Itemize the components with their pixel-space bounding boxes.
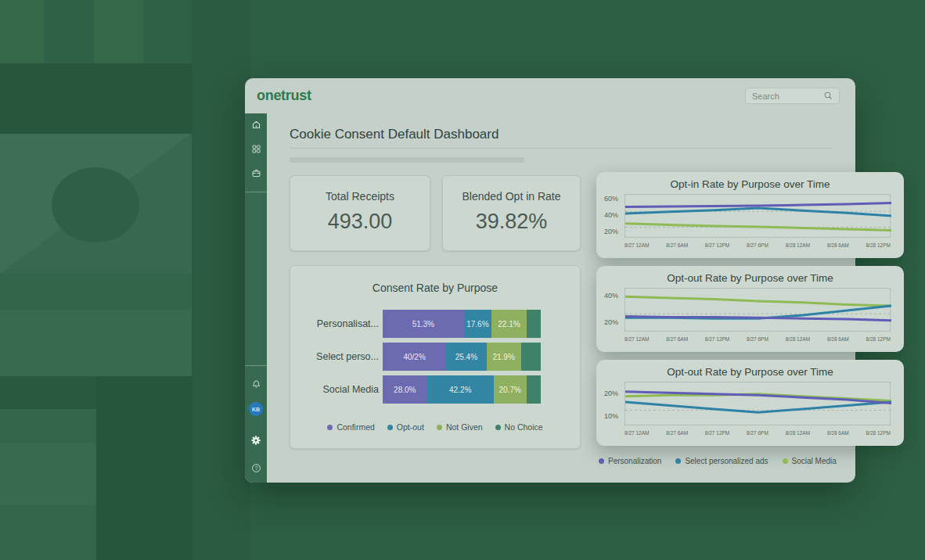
bar-row: Personalisat...51.3%17.6%22.1% [290, 310, 580, 338]
kpi-value: 39.82% [476, 210, 548, 234]
search-input[interactable] [752, 92, 824, 101]
search-box[interactable] [745, 88, 840, 104]
gear-icon [250, 435, 261, 446]
chart-title: Opt-out Rate by Purpose over Time [596, 272, 904, 284]
home-icon [251, 120, 261, 130]
x-tick-label: 8/28 6AM [827, 242, 849, 248]
line-plot [624, 288, 891, 332]
x-tick-label: 8/27 12AM [624, 242, 649, 248]
legend-dot [783, 458, 788, 464]
chart-title: Consent Rate by Purpose [290, 282, 580, 294]
briefcase-icon [251, 168, 261, 178]
opt-in-rate-chart-card: Opt-in Rate by Purpose over Time 20%40%6… [596, 172, 904, 258]
y-axis-ticks: 20%40% [596, 288, 621, 332]
y-tick-label: 20% [604, 389, 618, 397]
chart-title: Opt-in Rate by Purpose over Time [596, 178, 904, 190]
bar-segment: 17.6% [464, 310, 492, 338]
legend-dot [437, 425, 442, 430]
background-shape [0, 274, 192, 310]
x-axis-ticks: 8/27 12AM8/27 6AM8/27 12PM8/27 6PM8/28 1… [624, 430, 891, 436]
purpose-legend: PersonalizationSelect personalized adsSo… [599, 457, 837, 465]
bar-segment-label: 17.6% [466, 320, 488, 328]
sidebar-divider [245, 365, 267, 366]
bar-row-label: Social Media [290, 384, 383, 395]
y-tick-label: 20% [604, 318, 618, 326]
x-tick-label: 8/28 12PM [866, 336, 890, 342]
bar-segment: 28.0% [383, 375, 427, 404]
background-shape-circle [52, 167, 139, 242]
legend-label: Confirmed [337, 422, 374, 432]
legend-label: Select personalized ads [685, 457, 768, 465]
x-tick-label: 8/27 6AM [666, 430, 688, 436]
bar-row: Social Media28.0%42.2%20.7% [290, 375, 580, 404]
background-shape [0, 504, 96, 560]
kpi-value: 493.00 [328, 210, 393, 234]
background-shape [0, 63, 192, 134]
title-divider [290, 148, 833, 149]
kpi-label: Total Receipts [326, 190, 394, 203]
stacked-bar: 51.3%17.6%22.1% [383, 310, 541, 338]
legend-dot [387, 425, 393, 430]
bar-row: Select perso...40/2%25.4%21.9% [290, 343, 580, 371]
bar-segment-label: 28.0% [394, 386, 416, 394]
bar-segment-label: 51.3% [412, 320, 434, 328]
bar-segment-label: 20.7% [499, 386, 521, 394]
loading-bar [290, 157, 524, 163]
legend-item: Opt-out [387, 422, 424, 432]
x-tick-label: 8/27 12PM [705, 430, 729, 436]
background-shape [0, 409, 96, 443]
bar-row-label: Personalisat... [290, 318, 383, 329]
sidebar-item-apps[interactable] [250, 142, 262, 155]
legend-dot [327, 425, 333, 430]
line-plot [624, 194, 891, 238]
x-tick-label: 8/27 12AM [624, 336, 649, 342]
bar-segment: 25.4% [446, 343, 486, 371]
consent-legend: ConfirmedOpt-outNot GivenNo Choice [290, 422, 580, 432]
help-icon: ? [251, 463, 261, 473]
sidebar-item-settings[interactable] [250, 434, 262, 447]
page-title: Cookie Consent Default Dashboard [290, 127, 498, 142]
svg-text:?: ? [254, 465, 257, 470]
bar-segment-label: 22.1% [498, 320, 520, 328]
legend-item: Select personalized ads [675, 457, 768, 465]
y-tick-label: 40% [604, 292, 618, 300]
x-tick-label: 8/27 6PM [747, 430, 768, 436]
x-tick-label: 8/27 6PM [747, 242, 768, 248]
background-shape [0, 310, 192, 376]
x-tick-label: 8/28 12AM [786, 336, 810, 342]
x-tick-label: 8/28 12AM [786, 430, 810, 436]
legend-dot [599, 458, 604, 464]
kpi-card-total-receipts: Total Receipts 493.00 [290, 175, 430, 251]
legend-item: No Choice [495, 422, 543, 432]
sidebar: KB ? [245, 113, 267, 483]
bar-segment [527, 375, 541, 404]
x-tick-label: 8/27 12PM [705, 336, 729, 342]
legend-dot [495, 425, 501, 430]
background-shape [0, 376, 96, 409]
x-tick-label: 8/28 12AM [786, 242, 810, 248]
sidebar-item-help[interactable]: ? [250, 461, 262, 474]
sidebar-item-home[interactable] [250, 118, 262, 131]
y-tick-label: 60% [604, 195, 618, 203]
x-axis-ticks: 8/27 12AM8/27 6AM8/27 12PM8/27 6PM8/28 1… [624, 242, 891, 248]
bar-segment-label: 42.2% [449, 386, 471, 394]
legend-item: Social Media [783, 457, 837, 465]
x-tick-label: 8/27 12PM [705, 242, 729, 248]
avatar[interactable]: KB [249, 402, 263, 416]
bar-segment [527, 310, 541, 338]
consent-rows: Personalisat...51.3%17.6%22.1%Select per… [290, 310, 580, 408]
bar-segment: 20.7% [494, 375, 527, 404]
bar-segment-label: 21.9% [492, 353, 514, 361]
app-header: onetrust [245, 78, 855, 113]
bar-segment: 22.1% [491, 310, 527, 338]
x-tick-label: 8/28 12PM [866, 430, 890, 436]
legend-label: Personalization [608, 457, 661, 465]
bar-segment: 42.2% [427, 375, 494, 404]
opt-out-rate-chart-card-1: Opt-out Rate by Purpose over Time 20%40%… [596, 266, 904, 352]
background-shape [45, 0, 94, 63]
sidebar-item-inbox[interactable] [250, 167, 262, 179]
y-axis-ticks: 10%20% [596, 382, 621, 425]
bar-segment-label: 25.4% [455, 353, 477, 361]
background-shape [192, 0, 250, 560]
sidebar-item-notifications[interactable] [250, 378, 262, 390]
